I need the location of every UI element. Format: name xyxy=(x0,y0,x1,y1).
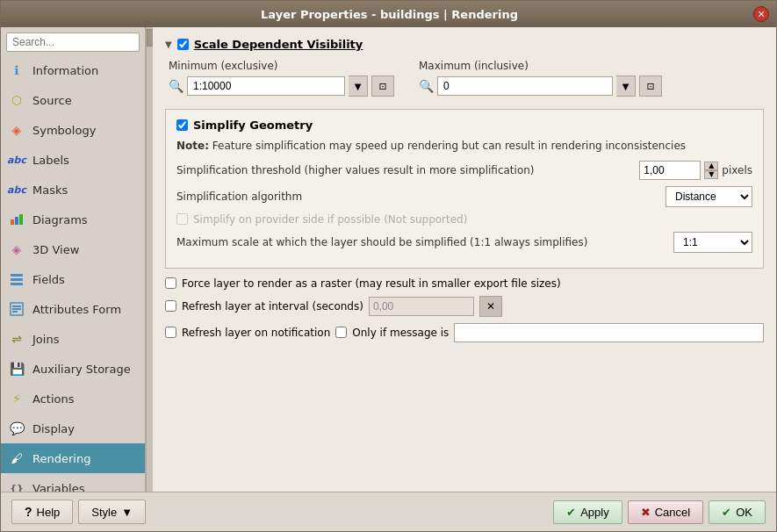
sidebar: ℹ Information ⬡ Source ◈ Symbology abc L… xyxy=(1,27,146,492)
sidebar-item-label-information: Information xyxy=(32,64,98,77)
sidebar-scrollbar[interactable] xyxy=(146,27,153,492)
max-scale-row: Maximum scale at which the layer should … xyxy=(176,232,752,253)
sidebar-item-diagrams[interactable]: Diagrams xyxy=(1,205,145,234)
threshold-up-button[interactable]: ▲ xyxy=(704,162,718,170)
actions-icon: ⚡ xyxy=(8,390,25,407)
minimum-value-input[interactable] xyxy=(187,76,345,96)
sidebar-item-3dview[interactable]: ◈ 3D View xyxy=(1,234,145,264)
only-if-message-checkbox[interactable] xyxy=(335,327,347,338)
svg-rect-5 xyxy=(11,283,23,285)
maximum-value-input[interactable] xyxy=(437,76,613,96)
apply-icon: ✔ xyxy=(566,506,576,519)
symbology-icon: ◈ xyxy=(8,121,25,139)
refresh-notification-label: Refresh layer on notification xyxy=(182,327,330,339)
sidebar-item-label-source: Source xyxy=(32,94,72,107)
provider-side-checkbox xyxy=(176,213,188,225)
svg-rect-9 xyxy=(12,311,18,313)
maximum-input-row: 🔍 ▼ ⊡ xyxy=(419,75,662,97)
sidebar-item-rendering[interactable]: 🖌 Rendering xyxy=(1,443,145,473)
sidebar-item-label-display: Display xyxy=(32,422,75,435)
svg-rect-4 xyxy=(11,278,23,281)
main-window: Layer Properties - buildings | Rendering… xyxy=(0,0,777,532)
sidebar-item-joins[interactable]: ⇌ Joins xyxy=(1,324,145,354)
sidebar-item-fields[interactable]: Fields xyxy=(1,264,145,294)
sidebar-item-attributes-form[interactable]: Attributes Form xyxy=(1,294,145,324)
threshold-input[interactable] xyxy=(639,161,701,180)
sidebar-item-symbology[interactable]: ◈ Symbology xyxy=(1,115,145,145)
threshold-unit: pixels xyxy=(722,164,752,176)
sidebar-item-label-diagrams: Diagrams xyxy=(32,213,88,226)
minimum-map-extent-button[interactable]: ⊡ xyxy=(371,75,394,97)
scale-visibility-checkbox[interactable] xyxy=(177,39,189,50)
max-scale-label: Maximum scale at which the layer should … xyxy=(176,236,673,248)
help-button[interactable]: ? Help xyxy=(11,500,73,524)
collapse-arrow[interactable]: ▼ xyxy=(165,40,172,49)
refresh-interval-checkbox[interactable] xyxy=(165,300,176,312)
maximum-scale-group: Maximum (inclusive) 🔍 ▼ ⊡ xyxy=(419,60,662,97)
search-input[interactable] xyxy=(6,32,140,52)
sidebar-item-label-3dview: 3D View xyxy=(32,243,79,256)
sidebar-item-auxiliary-storage[interactable]: 💾 Auxiliary Storage xyxy=(1,354,145,384)
minimum-label: Minimum (exclusive) xyxy=(169,60,394,72)
sidebar-item-source[interactable]: ⬡ Source xyxy=(1,85,145,115)
maximum-dropdown-button[interactable]: ▼ xyxy=(616,75,636,97)
simplify-header: Simplify Geometry xyxy=(176,119,752,132)
threshold-down-button[interactable]: ▼ xyxy=(704,170,718,179)
provider-checkbox-row: Simplify on provider side if possible (N… xyxy=(176,213,467,226)
source-icon: ⬡ xyxy=(8,91,25,109)
max-scale-value: 1:1 1:10 1:100 xyxy=(673,232,752,253)
masks-icon: abc xyxy=(8,181,25,198)
algorithm-value: Distance SnapToGrid Visvalingam xyxy=(665,186,752,207)
simplify-geometry-title: Simplify Geometry xyxy=(193,119,313,132)
force-raster-row: Force layer to render as a raster (may r… xyxy=(165,277,764,290)
sidebar-item-labels[interactable]: abc Labels xyxy=(1,145,145,175)
sidebar-item-display[interactable]: 💬 Display xyxy=(1,413,145,443)
algorithm-row: Simplification algorithm Distance SnapTo… xyxy=(176,186,752,207)
sidebar-item-masks[interactable]: abc Masks xyxy=(1,175,145,205)
sidebar-item-actions[interactable]: ⚡ Actions xyxy=(1,384,145,413)
style-label: Style xyxy=(91,506,117,519)
threshold-spinners: ▲ ▼ xyxy=(704,162,718,179)
max-scale-dropdown[interactable]: 1:1 1:10 1:100 xyxy=(673,232,752,253)
svg-rect-8 xyxy=(12,308,21,310)
close-button[interactable]: ✕ xyxy=(753,6,769,22)
message-filter-input[interactable] xyxy=(454,323,764,342)
main-content-area: ▼ Scale Dependent Visibility Minimum (ex… xyxy=(153,27,776,492)
refresh-interval-clear-button[interactable]: ✕ xyxy=(479,296,502,317)
apply-button[interactable]: ✔ Apply xyxy=(553,500,622,524)
sidebar-item-variables[interactable]: {} Variables xyxy=(1,473,145,492)
auxiliary-storage-icon: 💾 xyxy=(8,360,25,377)
simplify-geometry-section: Simplify Geometry Note: Feature simplifi… xyxy=(165,109,764,269)
content-area: ℹ Information ⬡ Source ◈ Symbology abc L… xyxy=(1,27,776,492)
maximum-map-extent-button[interactable]: ⊡ xyxy=(639,75,662,97)
minimum-dropdown-button[interactable]: ▼ xyxy=(349,75,368,97)
scale-visibility-title: Scale Dependent Visibility xyxy=(194,38,363,51)
svg-rect-3 xyxy=(11,274,23,277)
zoom-in-icon: 🔍 xyxy=(419,79,434,93)
attributes-form-icon xyxy=(8,300,25,318)
note-text: Feature simplification may speed up rend… xyxy=(209,140,686,152)
labels-icon: abc xyxy=(8,151,25,169)
bottom-bar: ? Help Style ▼ ✔ Apply ✖ Cancel ✔ OK xyxy=(1,492,776,531)
provider-label: Simplify on provider side if possible (N… xyxy=(193,213,467,226)
refresh-interval-input[interactable] xyxy=(369,297,474,316)
sidebar-item-label-auxiliary-storage: Auxiliary Storage xyxy=(32,363,131,376)
force-raster-checkbox[interactable] xyxy=(165,277,176,289)
algorithm-dropdown[interactable]: Distance SnapToGrid Visvalingam xyxy=(665,186,752,207)
only-if-message-label: Only if message is xyxy=(352,327,449,339)
sidebar-item-information[interactable]: ℹ Information xyxy=(1,55,145,85)
style-button[interactable]: Style ▼ xyxy=(78,500,146,524)
cancel-button[interactable]: ✖ Cancel xyxy=(628,500,703,524)
ok-button[interactable]: ✔ OK xyxy=(709,500,766,524)
bottom-left-buttons: ? Help Style ▼ xyxy=(11,500,146,524)
simplify-note: Note: Feature simplification may speed u… xyxy=(176,139,752,154)
simplify-geometry-checkbox[interactable] xyxy=(176,119,188,131)
maximum-label: Maximum (inclusive) xyxy=(419,60,662,72)
fields-icon xyxy=(8,270,25,288)
minimum-scale-group: Minimum (exclusive) 🔍 ▼ ⊡ xyxy=(169,60,394,97)
variables-icon: {} xyxy=(8,479,25,492)
information-icon: ℹ xyxy=(8,61,25,79)
scale-inputs-row: Minimum (exclusive) 🔍 ▼ ⊡ Maximum (inclu… xyxy=(169,60,764,97)
window-title: Layer Properties - buildings | Rendering xyxy=(25,8,753,21)
refresh-notification-checkbox[interactable] xyxy=(165,327,176,338)
